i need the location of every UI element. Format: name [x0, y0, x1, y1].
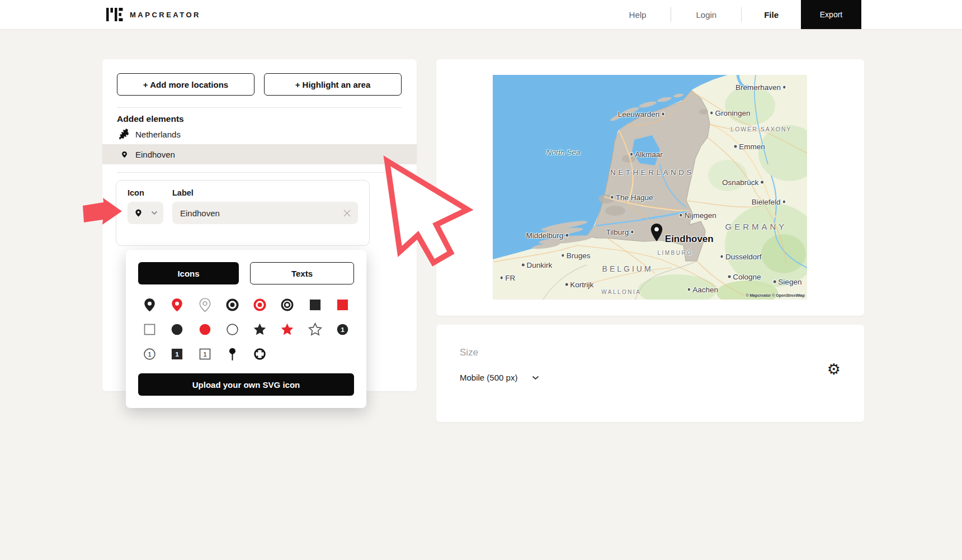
map-label-bremerhaven: Bremerhaven — [735, 83, 786, 92]
clear-label-icon[interactable] — [343, 209, 351, 217]
map-label-netherlands: NETHERLANDS — [610, 168, 694, 177]
map-label-bielefeld: Bielefeld — [752, 198, 785, 206]
icon-option-star-red[interactable] — [273, 317, 301, 341]
map-label-dunkirk: Dunkirk — [522, 261, 552, 269]
icon-option-rings-black[interactable] — [273, 292, 301, 317]
icon-option-star-black[interactable] — [246, 317, 273, 341]
map-preview-panel: BremerhavenLeeuwardenGroningenEmmenAlkma… — [436, 59, 864, 316]
map-label-siegen: Siegen — [774, 277, 802, 286]
map-label-limburg: LIMBURG — [657, 249, 692, 255]
map-label-tilburg: Tilburg — [606, 227, 633, 236]
svg-text:1: 1 — [341, 326, 345, 334]
chevron-down-icon — [151, 211, 158, 215]
map-label-middelburg: Middelburg — [526, 231, 568, 240]
icon-field-label: Icon — [128, 188, 144, 197]
element-label: Netherlands — [135, 130, 181, 139]
size-panel: Size Mobile (500 px) ⚙ — [436, 325, 864, 422]
label-input[interactable]: Eindhoven — [172, 202, 358, 224]
map-label-aachen: Aachen — [688, 285, 718, 293]
icon-option-square-black[interactable] — [301, 292, 329, 317]
map-label-germany: GERMANY — [725, 221, 787, 231]
icon-option-bullseye-black[interactable] — [219, 292, 246, 317]
element-row-eindhoven[interactable]: Eindhoven — [102, 144, 417, 164]
size-dropdown[interactable]: Mobile (500 px) — [460, 373, 539, 382]
map-label-alkmaar: Alkmaar — [630, 150, 663, 158]
added-elements-title: Added elements — [117, 114, 184, 124]
svg-text:1: 1 — [148, 350, 152, 358]
icon-option-circle-black[interactable] — [163, 317, 191, 341]
eindhoven-map-pin[interactable] — [649, 223, 664, 244]
icon-grid: 1111 — [136, 292, 356, 366]
map-pin-icon — [117, 150, 131, 159]
icon-option-square-outline[interactable] — [136, 317, 163, 341]
map-label-fr: FR — [501, 274, 516, 282]
svg-text:1: 1 — [203, 350, 207, 358]
icon-option-circle-red[interactable] — [191, 317, 219, 341]
netherlands-shape-icon — [117, 129, 131, 140]
settings-gear-icon[interactable]: ⚙ — [827, 362, 841, 377]
tab-texts[interactable]: Texts — [250, 262, 354, 284]
logo-text: MAPCREATOR — [130, 11, 201, 19]
nav-help[interactable]: Help — [605, 10, 671, 20]
map-label-wallonia: WALLONIA — [601, 288, 641, 295]
icon-option-circle-1-black[interactable]: 1 — [329, 317, 356, 341]
map-label-nijmegen: Nijmegen — [680, 211, 716, 219]
map-attribution: © Mapcreator © OpenStreetMap — [746, 293, 805, 297]
top-navbar: MAPCREATOR Help Login File Export — [0, 0, 962, 30]
map-label-north-sea: North Sea — [546, 148, 580, 156]
element-row-netherlands[interactable]: Netherlands — [102, 124, 417, 144]
map-canvas[interactable]: BremerhavenLeeuwardenGroningenEmmenAlkma… — [493, 75, 807, 300]
map-label-cologne: Cologne — [728, 272, 761, 281]
map-label-emmen: Emmen — [734, 142, 765, 150]
icon-option-pushpin[interactable] — [219, 341, 246, 366]
divider — [117, 172, 402, 173]
icon-option-square-1-black[interactable]: 1 — [163, 341, 191, 366]
map-label-belgium: BELGIUM — [602, 264, 653, 273]
highlight-area-button[interactable]: + Highlight an area — [264, 73, 402, 96]
upload-svg-button[interactable]: Upload your own SVG icon — [138, 373, 354, 396]
divider — [117, 107, 402, 108]
map-label-lower-saxony: LOWER SAXONY — [730, 126, 791, 132]
tab-icons[interactable]: Icons — [138, 262, 239, 284]
icon-option-crosshair[interactable] — [246, 341, 273, 366]
label-field-label: Label — [172, 188, 194, 197]
icon-select-dropdown[interactable] — [128, 202, 163, 224]
map-label-eindhoven: Eindhoven — [665, 234, 714, 245]
element-editor: Icon Label Eindhoven — [116, 180, 370, 246]
export-button[interactable]: Export — [801, 0, 861, 29]
add-locations-button[interactable]: + Add more locations — [117, 73, 254, 96]
map-label-the-hague: The Hague — [611, 193, 653, 202]
map-label-kortrijk: Kortrijk — [565, 281, 594, 289]
svg-text:1: 1 — [176, 350, 180, 358]
nav-menu: Help Login File Export — [605, 0, 861, 29]
map-label-bruges: Bruges — [562, 251, 590, 259]
nav-file[interactable]: File — [742, 10, 801, 20]
map-label-layer: BremerhavenLeeuwardenGroningenEmmenAlkma… — [493, 75, 807, 300]
app-logo[interactable]: MAPCREATOR — [106, 0, 201, 29]
icon-option-pin-outline[interactable] — [191, 292, 219, 317]
icon-option-square-1-outline[interactable]: 1 — [191, 341, 219, 366]
icon-option-circle-1-outline[interactable]: 1 — [136, 341, 163, 366]
icon-option-pin-black[interactable] — [136, 292, 163, 317]
label-input-value: Eindhoven — [180, 208, 343, 218]
selected-pin-icon — [134, 207, 143, 219]
map-label-dusseldorf: Dusseldorf — [720, 252, 761, 260]
icon-option-circle-outline[interactable] — [219, 317, 246, 341]
size-dropdown-value: Mobile (500 px) — [460, 373, 517, 382]
size-title: Size — [460, 347, 478, 358]
map-label-osnabr-ck: Osnabrück — [722, 178, 763, 187]
mapcreator-mark-icon — [106, 7, 123, 22]
nav-login[interactable]: Login — [671, 10, 741, 20]
map-label-groningen: Groningen — [710, 108, 751, 117]
chevron-down-icon — [532, 376, 539, 380]
icon-option-square-red[interactable] — [329, 292, 356, 317]
icon-option-bullseye-red[interactable] — [246, 292, 273, 317]
icon-option-star-outline[interactable] — [301, 317, 329, 341]
map-label-leeuwarden: Leeuwarden — [618, 110, 664, 118]
icon-picker-popup: Icons Texts 1111 Upload your own SVG ico… — [126, 250, 366, 408]
icon-option-pin-red[interactable] — [163, 292, 191, 317]
element-label: Eindhoven — [135, 150, 175, 159]
